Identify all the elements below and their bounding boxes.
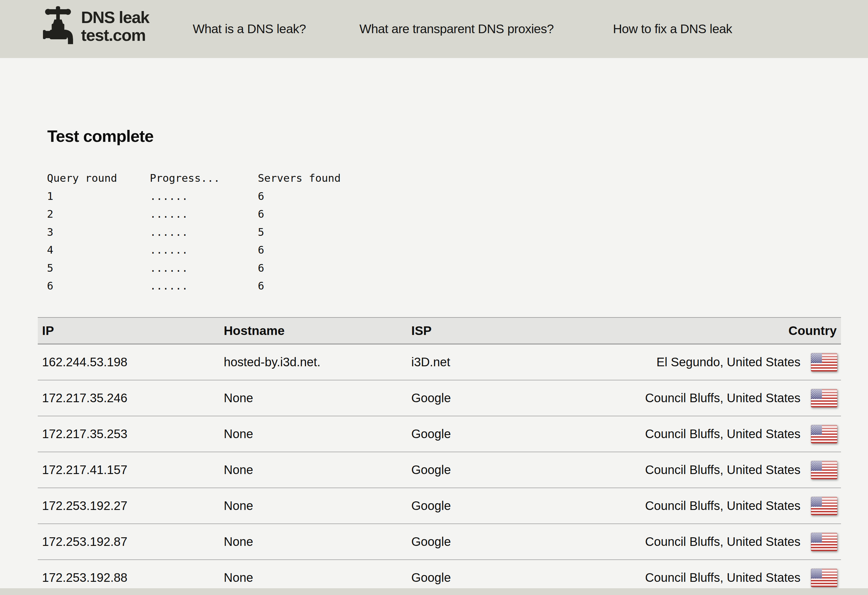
isp-cell: Google: [411, 391, 583, 405]
query-row: 6 ...... 6: [47, 277, 387, 295]
ip-column-header: IP: [38, 323, 224, 338]
logo-line-1: DNS leak: [81, 8, 149, 26]
table-row: 172.217.35.246 None Google Council Bluff…: [38, 380, 841, 416]
country-label: El Segundo, United States: [657, 355, 800, 369]
progress-dots: ......: [150, 259, 258, 277]
us-flag-icon: [811, 461, 837, 479]
nav-link-transparent-dns-proxies[interactable]: What are transparent DNS proxies?: [359, 0, 554, 58]
query-row: 5 ...... 6: [47, 259, 387, 277]
nav-link-how-to-fix-dns-leak[interactable]: How to fix a DNS leak: [613, 0, 732, 58]
country-label: Council Bluffs, United States: [645, 391, 800, 405]
hostname-cell: None: [224, 391, 411, 405]
dns-servers-table: IP Hostname ISP Country 162.244.53.198 h…: [38, 317, 841, 595]
us-flag-icon: [811, 568, 837, 587]
country-label: Council Bluffs, United States: [645, 571, 800, 585]
query-round-value: 2: [47, 205, 150, 223]
table-header-row: IP Hostname ISP Country: [38, 317, 841, 344]
site-logo[interactable]: DNS leak test.com: [43, 6, 149, 46]
hostname-cell: None: [224, 571, 411, 585]
query-row: 3 ...... 5: [47, 223, 387, 241]
country-cell: Council Bluffs, United States: [583, 568, 841, 587]
country-cell: Council Bluffs, United States: [583, 461, 841, 479]
query-table-header-row: Query round Progress... Servers found: [47, 169, 387, 187]
query-progress-table: Query round Progress... Servers found 1 …: [47, 169, 387, 295]
logo-text: DNS leak test.com: [81, 8, 149, 44]
query-round-value: 6: [47, 277, 150, 295]
table-row: 172.253.192.87 None Google Council Bluff…: [38, 523, 841, 560]
progress-header: Progress...: [150, 169, 258, 187]
servers-found-value: 6: [258, 205, 387, 223]
query-round-value: 4: [47, 241, 150, 259]
us-flag-icon: [811, 533, 837, 551]
table-row: 172.253.192.27 None Google Council Bluff…: [38, 487, 841, 523]
progress-dots: ......: [150, 241, 258, 259]
progress-dots: ......: [150, 187, 258, 205]
servers-found-value: 5: [258, 223, 387, 241]
query-row: 2 ...... 6: [47, 205, 387, 223]
hostname-column-header: Hostname: [224, 323, 411, 338]
table-row: 172.217.41.157 None Google Council Bluff…: [38, 452, 841, 487]
progress-dots: ......: [150, 205, 258, 223]
hostname-cell: hosted-by.i3d.net.: [224, 355, 411, 369]
top-navigation-bar: DNS leak test.com What is a DNS leak? Wh…: [0, 0, 868, 58]
query-round-header: Query round: [47, 169, 150, 187]
servers-found-value: 6: [258, 187, 387, 205]
servers-found-value: 6: [258, 259, 387, 277]
ip-cell: 172.253.192.87: [38, 535, 224, 549]
us-flag-icon: [811, 353, 837, 372]
country-label: Council Bluffs, United States: [645, 427, 800, 441]
country-label: Council Bluffs, United States: [645, 463, 800, 477]
query-round-value: 5: [47, 259, 150, 277]
ip-cell: 172.217.35.246: [38, 391, 224, 405]
isp-column-header: ISP: [411, 323, 583, 338]
isp-cell: Google: [411, 571, 583, 585]
country-label: Council Bluffs, United States: [645, 535, 800, 549]
country-cell: Council Bluffs, United States: [583, 497, 841, 515]
country-column-header: Country: [583, 323, 841, 338]
us-flag-icon: [811, 425, 837, 443]
country-cell: Council Bluffs, United States: [583, 425, 841, 443]
country-label: Council Bluffs, United States: [645, 499, 800, 513]
query-round-value: 3: [47, 223, 150, 241]
ip-cell: 172.253.192.88: [38, 571, 224, 585]
hostname-cell: None: [224, 427, 411, 441]
table-row: 172.217.35.253 None Google Council Bluff…: [38, 416, 841, 452]
country-cell: El Segundo, United States: [583, 353, 841, 372]
faucet-icon: [43, 6, 73, 46]
page-title: Test complete: [47, 128, 154, 144]
progress-dots: ......: [150, 223, 258, 241]
ip-cell: 172.217.35.253: [38, 427, 224, 441]
footer-band: [0, 588, 868, 595]
logo-line-2: test.com: [81, 26, 149, 44]
hostname-cell: None: [224, 463, 411, 477]
isp-cell: Google: [411, 499, 583, 513]
query-row: 4 ...... 6: [47, 241, 387, 259]
isp-cell: Google: [411, 463, 583, 477]
isp-cell: Google: [411, 427, 583, 441]
query-round-value: 1: [47, 187, 150, 205]
progress-dots: ......: [150, 277, 258, 295]
us-flag-icon: [811, 389, 837, 407]
servers-found-value: 6: [258, 277, 387, 295]
query-row: 1 ...... 6: [47, 187, 387, 205]
table-row: 162.244.53.198 hosted-by.i3d.net. i3D.ne…: [38, 344, 841, 380]
country-cell: Council Bluffs, United States: [583, 533, 841, 551]
ip-cell: 162.244.53.198: [38, 355, 224, 369]
us-flag-icon: [811, 497, 837, 515]
hostname-cell: None: [224, 535, 411, 549]
isp-cell: Google: [411, 535, 583, 549]
ip-cell: 172.217.41.157: [38, 463, 224, 477]
servers-found-header: Servers found: [258, 169, 387, 187]
country-cell: Council Bluffs, United States: [583, 389, 841, 407]
isp-cell: i3D.net: [411, 355, 583, 369]
servers-found-value: 6: [258, 241, 387, 259]
hostname-cell: None: [224, 499, 411, 513]
ip-cell: 172.253.192.27: [38, 499, 224, 513]
nav-link-what-is-a-dns-leak[interactable]: What is a DNS leak?: [193, 0, 306, 58]
